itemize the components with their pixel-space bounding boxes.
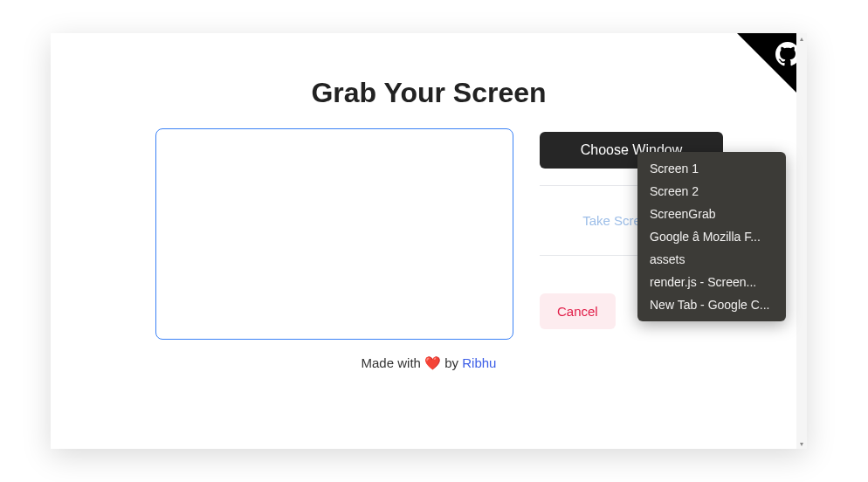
menu-item[interactable]: Screen 1 bbox=[637, 157, 786, 180]
menu-item[interactable]: New Tab - Google C... bbox=[637, 293, 786, 316]
footer-text-by: by bbox=[441, 355, 462, 370]
footer: Made with ❤️ by Ribhu bbox=[51, 355, 807, 371]
menu-item[interactable]: assets bbox=[637, 248, 786, 271]
page-title: Grab Your Screen bbox=[51, 77, 807, 109]
menu-item[interactable]: ScreenGrab bbox=[637, 203, 786, 225]
menu-item[interactable]: render.js - Screen... bbox=[637, 271, 786, 293]
scroll-up-icon[interactable]: ▴ bbox=[796, 33, 807, 44]
cancel-button[interactable]: Cancel bbox=[540, 293, 616, 329]
footer-text-prefix: Made with bbox=[362, 355, 425, 370]
scrollbar[interactable]: ▴ ▾ bbox=[796, 33, 807, 449]
heart-icon: ❤️ bbox=[424, 355, 441, 370]
preview-area bbox=[155, 128, 513, 340]
scroll-down-icon[interactable]: ▾ bbox=[796, 438, 807, 449]
menu-item[interactable]: Google â Mozilla F... bbox=[637, 225, 786, 248]
window-select-menu: Screen 1 Screen 2 ScreenGrab Google â Mo… bbox=[637, 152, 786, 321]
author-link[interactable]: Ribhu bbox=[462, 355, 496, 370]
menu-item[interactable]: Screen 2 bbox=[637, 180, 786, 203]
